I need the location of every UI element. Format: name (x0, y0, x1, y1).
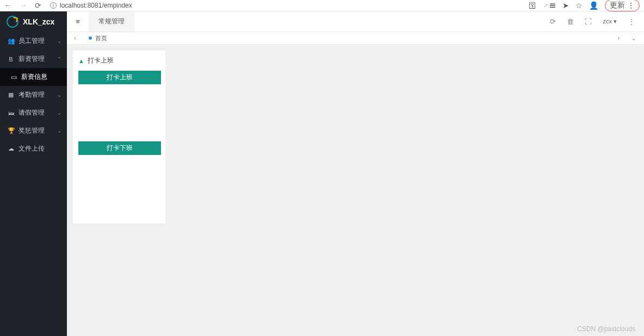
star-icon[interactable]: ☆ (575, 1, 583, 10)
users-icon: 👥 (8, 38, 14, 45)
kebab-menu-icon[interactable]: ⋮ (628, 17, 635, 26)
info-icon[interactable]: i (50, 2, 57, 9)
chevron-down-icon: ▾ (614, 18, 617, 24)
update-button[interactable]: 更新 ⋮ (605, 0, 640, 11)
sidebar-item-label: 奖惩管理 (18, 126, 45, 135)
collapse-sidebar-button[interactable]: ≡ (67, 11, 89, 32)
sidebar-item-label: 薪资信息 (21, 72, 47, 82)
trophy-icon: 🏆 (8, 127, 14, 134)
reload-icon[interactable]: ⟳ (35, 2, 41, 9)
refresh-icon[interactable]: ⟳ (550, 17, 556, 26)
send-icon[interactable]: ➤ (562, 1, 569, 10)
address-bar[interactable]: i localhost:8081/empindex (47, 2, 523, 9)
calendar-icon: ▦ (8, 91, 14, 98)
sidebar-item-upload[interactable]: ☁ 文件上传 (0, 140, 67, 158)
active-dot-icon (89, 36, 92, 40)
browser-toolbar: ← → ⟳ i localhost:8081/empindex ⚿ ⟋☰ ➤ ☆… (0, 0, 644, 11)
bitcoin-icon: B (8, 56, 14, 63)
bed-icon: 🛏 (8, 110, 14, 116)
sidebar-item-employee[interactable]: 👥 员工管理 ⌄ (0, 32, 67, 50)
punch-out-button[interactable]: 打卡下班 (78, 141, 161, 155)
topbar: ≡ 常规管理 ⟳ 🗑 ⛶ zcx ▾ ⋮ (67, 11, 644, 32)
sidebar-item-salary[interactable]: B 薪资管理 ⌃ (0, 50, 67, 68)
kebab-menu-icon: ⋮ (627, 1, 635, 10)
chevron-down-icon: ⌄ (57, 38, 61, 44)
sidebar-item-attendance[interactable]: ▦ 考勤管理 ⌄ (0, 86, 67, 104)
top-tab-general[interactable]: 常规管理 (89, 11, 134, 32)
trash-icon[interactable]: 🗑 (567, 17, 574, 26)
translate-icon[interactable]: ⟋☰ (543, 2, 556, 9)
chevron-down-icon: ⌄ (57, 92, 61, 98)
fullscreen-icon[interactable]: ⛶ (585, 17, 592, 26)
user-menu[interactable]: zcx ▾ (603, 18, 617, 25)
profile-icon[interactable]: 👤 (589, 1, 598, 10)
tabs-dropdown[interactable]: ⌄ (628, 34, 640, 42)
card-title: ▲ 打卡上班 (78, 56, 160, 65)
forward-icon[interactable]: → (20, 2, 27, 9)
sidebar-item-label: 请假管理 (18, 108, 45, 117)
tab-label: 首页 (95, 34, 107, 42)
chevron-down-icon: ⌄ (57, 128, 61, 134)
sidebar-item-label: 薪资管理 (18, 54, 45, 64)
punch-in-button[interactable]: 打卡上班 (78, 71, 161, 84)
brand-name: XLK_zcx (23, 17, 54, 26)
url-text: localhost:8081/empindex (60, 2, 132, 9)
sidebar-item-label: 文件上传 (18, 144, 45, 153)
card-icon: ▭ (11, 73, 17, 81)
bars-indent-icon: ≡ (76, 17, 80, 26)
brand[interactable]: XLK_zcx (0, 11, 67, 32)
sidebar-item-reward[interactable]: 🏆 奖惩管理 ⌄ (0, 122, 67, 140)
tab-home[interactable]: 首页 (81, 32, 115, 44)
tabs-scroll-left[interactable]: ‹ (69, 34, 81, 42)
chevron-down-icon: ⌄ (57, 110, 61, 116)
sidebar-item-label: 考勤管理 (18, 90, 45, 99)
logo-icon (7, 16, 18, 28)
warning-triangle-icon: ▲ (78, 58, 84, 64)
content-area: ▲ 打卡上班 打卡上班 打卡下班 CSDN @pastclouds (67, 45, 644, 336)
sidebar-item-leave[interactable]: 🛏 请假管理 ⌄ (0, 104, 67, 122)
tabs-row: ‹ 首页 › ⌄ (67, 32, 644, 45)
main: ≡ 常规管理 ⟳ 🗑 ⛶ zcx ▾ ⋮ ‹ (67, 11, 644, 336)
cloud-icon: ☁ (8, 145, 14, 152)
chevron-up-icon: ⌃ (57, 56, 61, 62)
back-icon[interactable]: ← (4, 2, 12, 9)
punch-card: ▲ 打卡上班 打卡上班 打卡下班 (72, 50, 166, 224)
sidebar: XLK_zcx 👥 员工管理 ⌄ B 薪资管理 ⌃ ▭ 薪资信息 ▦ 考勤管理 … (0, 11, 67, 336)
sidebar-subitem-salary-info[interactable]: ▭ 薪资信息 (0, 68, 67, 86)
tabs-scroll-right[interactable]: › (612, 34, 624, 42)
watermark: CSDN @pastclouds (577, 325, 635, 333)
key-icon[interactable]: ⚿ (529, 1, 536, 10)
sidebar-item-label: 员工管理 (18, 36, 45, 46)
